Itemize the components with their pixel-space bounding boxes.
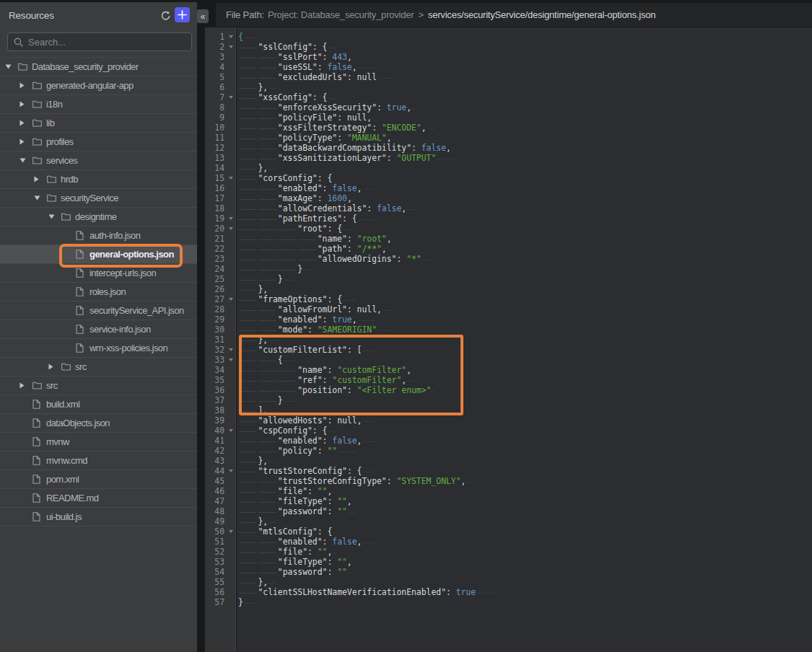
- code-content[interactable]: {"sslConfig": {"sslPort": 443,"useSSL": …: [237, 27, 812, 652]
- fold-arrow-icon[interactable]: [229, 348, 233, 351]
- tree-item-src[interactable]: src: [0, 358, 197, 376]
- tree-item-mvnw-cmd[interactable]: mvnw.cmd: [0, 451, 197, 470]
- line-number: 52: [205, 547, 235, 557]
- tree-item-dataobjects-json[interactable]: dataObjects.json: [0, 414, 197, 433]
- collapse-sidebar-button[interactable]: «: [197, 9, 209, 23]
- chevron-right-icon[interactable]: [19, 138, 32, 145]
- fold-arrow-icon[interactable]: [229, 530, 233, 533]
- tab-whitespace: [258, 547, 277, 557]
- tree-item-database-security-provider[interactable]: Database_security_provider: [0, 58, 197, 76]
- tab-whitespace: [347, 567, 357, 577]
- line-number: 35: [205, 375, 235, 385]
- tab-whitespace: [258, 193, 277, 203]
- tab-whitespace: [258, 496, 277, 506]
- tab-whitespace: [362, 183, 377, 193]
- chevron-right-icon[interactable]: [19, 120, 32, 126]
- fold-arrow-icon[interactable]: [229, 470, 233, 472]
- chevron-right-icon[interactable]: [19, 82, 32, 89]
- fold-arrow-icon[interactable]: [229, 96, 233, 99]
- tree-item-designtime[interactable]: designtime: [0, 208, 197, 226]
- tab-whitespace: [238, 486, 258, 496]
- tree-item-securityservice[interactable]: securityService: [0, 189, 197, 208]
- tree-item-readme-md[interactable]: README.md: [0, 489, 197, 508]
- code-line-46: "file": "",: [238, 486, 812, 496]
- tab-whitespace: [362, 436, 377, 446]
- tree-item-auth-info-json[interactable]: auth-info.json: [0, 226, 197, 245]
- tree-item-i18n[interactable]: i18n: [0, 95, 197, 114]
- fold-arrow-icon[interactable]: [229, 358, 233, 361]
- line-number: 50: [205, 527, 235, 537]
- chevron-down-icon[interactable]: [5, 64, 18, 69]
- panel-divider[interactable]: [197, 0, 205, 652]
- tree-item-src[interactable]: src: [0, 376, 197, 395]
- resources-panel: Resources Database_security_providergene…: [0, 2, 197, 652]
- file-icon: [32, 493, 46, 503]
- tab-whitespace: [327, 42, 337, 52]
- tree-item-service-info-json[interactable]: service-info.json: [0, 320, 197, 339]
- code-line-15: "corsConfig": {: [238, 173, 812, 183]
- code-line-33: {: [238, 355, 812, 365]
- tab-whitespace: [238, 92, 258, 102]
- line-number: 10: [205, 123, 235, 133]
- tab-whitespace: [258, 254, 277, 264]
- tree-item-roles-json[interactable]: roles.json: [0, 283, 197, 301]
- fold-arrow-icon[interactable]: [229, 227, 233, 230]
- tree-item-securityservice-api-json[interactable]: securityService_API.json: [0, 301, 197, 320]
- tree-item-pom-xml[interactable]: pom.xml: [0, 470, 197, 489]
- code-line-21: "name": "root",: [238, 234, 812, 244]
- code-line-24: }: [238, 264, 812, 274]
- resources-header: Resources: [0, 2, 197, 30]
- tree-item-lib[interactable]: lib: [0, 114, 197, 133]
- file-icon: [32, 437, 46, 446]
- line-number: 7: [205, 92, 235, 102]
- tab-whitespace: [332, 173, 337, 183]
- tree-item-intercept-urls-json[interactable]: intercept-urls.json: [0, 264, 197, 283]
- search-input[interactable]: [28, 37, 191, 48]
- tab-whitespace: [362, 537, 377, 547]
- tree-item-general-options-json[interactable]: general-options.json: [0, 245, 197, 264]
- tab-whitespace: [278, 224, 297, 234]
- tab-whitespace: [238, 527, 258, 537]
- chevron-down-icon[interactable]: [34, 195, 47, 201]
- tab-whitespace: [268, 335, 278, 345]
- fold-arrow-icon[interactable]: [229, 35, 233, 38]
- chevron-right-icon[interactable]: [48, 364, 61, 370]
- fold-arrow-icon[interactable]: [229, 217, 233, 220]
- tree-item-mvnw[interactable]: mvnw: [0, 433, 197, 451]
- tab-whitespace: [238, 254, 258, 264]
- tree-item-build-xml[interactable]: build.xml: [0, 395, 197, 414]
- chevron-right-icon[interactable]: [19, 101, 32, 107]
- tree-item-services[interactable]: services: [0, 151, 197, 170]
- plus-icon: [178, 10, 187, 19]
- code-line-4: "useSSL": false,: [238, 62, 812, 72]
- tab-whitespace: [258, 62, 277, 72]
- tab-whitespace: [278, 264, 297, 274]
- tree-item-hrdb[interactable]: hrdb: [0, 170, 197, 189]
- tab-whitespace: [337, 446, 357, 456]
- tree-item-wm-xss-policies-json[interactable]: wm-xss-policies.json: [0, 339, 197, 358]
- add-resource-button[interactable]: [175, 7, 190, 22]
- fold-arrow-icon[interactable]: [229, 298, 233, 301]
- tab-whitespace: [327, 92, 337, 102]
- chevron-down-icon[interactable]: [19, 158, 32, 163]
- tree-item-label: build.xml: [46, 399, 79, 410]
- fold-arrow-icon[interactable]: [229, 45, 233, 48]
- refresh-button[interactable]: [159, 9, 172, 22]
- fold-arrow-icon[interactable]: [229, 429, 233, 432]
- line-number: 55: [205, 577, 235, 587]
- code-line-10: "xssFilterStrategy": "ENCODE",: [238, 123, 812, 133]
- chevron-right-icon[interactable]: [34, 176, 47, 182]
- tree-item-generated-angular-app[interactable]: generated-angular-app: [0, 76, 197, 95]
- code-line-52: "file": "",: [238, 547, 812, 557]
- line-number: 30: [205, 325, 235, 335]
- file-icon: [32, 400, 46, 409]
- fold-arrow-icon[interactable]: [229, 177, 233, 180]
- tree-item-profiles[interactable]: profiles: [0, 133, 197, 151]
- tab-whitespace: [278, 254, 297, 264]
- chevron-right-icon[interactable]: [19, 382, 32, 389]
- tree-item-ui-build-js[interactable]: ui-build.js: [0, 508, 197, 527]
- code-line-23: "allowedOrigins": "*": [238, 254, 812, 264]
- chevron-down-icon[interactable]: [48, 214, 61, 219]
- tab-whitespace: [238, 335, 258, 345]
- tab-whitespace: [238, 234, 258, 244]
